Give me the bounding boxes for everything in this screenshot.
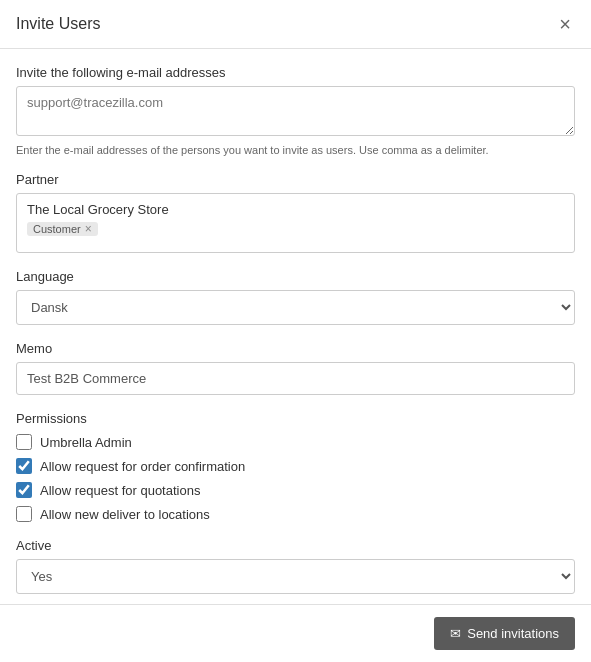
checkbox-row-deliver-locations: Allow new deliver to locations	[16, 506, 575, 522]
partner-tag: Customer ×	[27, 222, 98, 236]
checkbox-quotations[interactable]	[16, 482, 32, 498]
checkbox-order-confirmation[interactable]	[16, 458, 32, 474]
active-select[interactable]: Yes No	[16, 559, 575, 594]
checkbox-label-deliver-locations: Allow new deliver to locations	[40, 507, 210, 522]
modal-title: Invite Users	[16, 15, 100, 33]
partner-field-group: Partner The Local Grocery Store Customer…	[16, 172, 575, 253]
checkbox-row-order-confirmation: Allow request for order confirmation	[16, 458, 575, 474]
close-button[interactable]: ×	[555, 14, 575, 34]
checkbox-label-umbrella-admin: Umbrella Admin	[40, 435, 132, 450]
permissions-section: Permissions Umbrella Admin Allow request…	[16, 411, 575, 522]
partner-tag-label: Customer	[33, 223, 81, 235]
active-field-group: Active Yes No	[16, 538, 575, 594]
email-hint: Enter the e-mail addresses of the person…	[16, 144, 575, 156]
send-invitations-button[interactable]: ✉ Send invitations	[434, 617, 575, 650]
checkbox-deliver-locations[interactable]	[16, 506, 32, 522]
language-label: Language	[16, 269, 575, 284]
memo-input[interactable]	[16, 362, 575, 395]
modal-body: Invite the following e-mail addresses En…	[0, 49, 591, 626]
partner-tag-close-icon[interactable]: ×	[85, 223, 92, 235]
memo-label: Memo	[16, 341, 575, 356]
send-icon: ✉	[450, 626, 461, 641]
memo-field-group: Memo	[16, 341, 575, 395]
modal-header: Invite Users ×	[0, 0, 591, 49]
invite-users-modal: Invite Users × Invite the following e-ma…	[0, 0, 591, 662]
checkbox-label-order-confirmation: Allow request for order confirmation	[40, 459, 245, 474]
send-button-label: Send invitations	[467, 626, 559, 641]
email-field-group: Invite the following e-mail addresses En…	[16, 65, 575, 156]
checkbox-row-umbrella-admin: Umbrella Admin	[16, 434, 575, 450]
active-label: Active	[16, 538, 575, 553]
email-label: Invite the following e-mail addresses	[16, 65, 575, 80]
language-field-group: Language Dansk English German French	[16, 269, 575, 325]
partner-box: The Local Grocery Store Customer ×	[16, 193, 575, 253]
partner-name: The Local Grocery Store	[27, 202, 564, 217]
checkbox-row-quotations: Allow request for quotations	[16, 482, 575, 498]
modal-footer: ✉ Send invitations	[0, 604, 591, 662]
permissions-label: Permissions	[16, 411, 575, 426]
partner-label: Partner	[16, 172, 575, 187]
language-select[interactable]: Dansk English German French	[16, 290, 575, 325]
checkbox-label-quotations: Allow request for quotations	[40, 483, 200, 498]
checkbox-umbrella-admin[interactable]	[16, 434, 32, 450]
email-input[interactable]	[16, 86, 575, 136]
